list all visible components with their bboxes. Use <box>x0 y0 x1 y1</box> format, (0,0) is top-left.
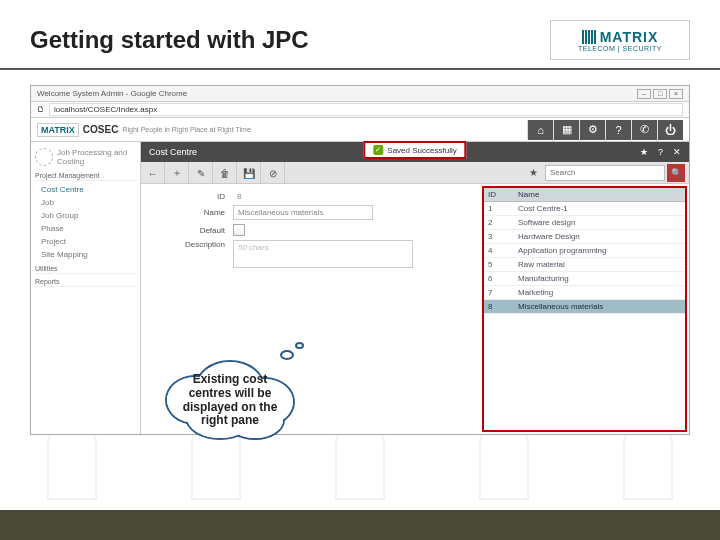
search-button[interactable]: 🔍 <box>667 164 685 182</box>
phone-icon[interactable]: ✆ <box>631 120 657 140</box>
saved-toast: ✓ Saved Successfully <box>363 141 466 159</box>
section-utilities[interactable]: Utilities <box>35 265 136 274</box>
search-input[interactable] <box>545 165 665 181</box>
edit-button[interactable]: ✎ <box>189 162 213 184</box>
cost-centre-table: ID Name 1Cost Centre-1 2Software design … <box>484 188 685 314</box>
maximize-button[interactable]: □ <box>653 89 667 99</box>
browser-titlebar: Welcome System Admin - Google Chrome – □… <box>31 86 689 102</box>
list-pane: ID Name 1Cost Centre-1 2Software design … <box>482 186 687 432</box>
add-button[interactable]: ＋ <box>165 162 189 184</box>
home-icon[interactable]: ⌂ <box>527 120 553 140</box>
slide-footer <box>0 510 720 540</box>
left-sidebar: Job Processing and Costing Project Manag… <box>31 142 141 434</box>
apps-icon[interactable]: ▦ <box>553 120 579 140</box>
module-title: Job Processing and Costing <box>57 148 136 166</box>
star-icon[interactable]: ★ <box>521 167 545 178</box>
power-icon[interactable]: ⏻ <box>657 120 683 140</box>
breadcrumb-bar: Cost Centre ✓ Saved Successfully ★ ? ✕ <box>141 142 689 162</box>
success-icon: ✓ <box>373 145 383 155</box>
toast-text: Saved Successfully <box>387 146 456 155</box>
sidebar-item-job[interactable]: Job <box>35 196 136 209</box>
table-row[interactable]: 8Miscellaneous materials <box>484 300 685 314</box>
table-row[interactable]: 1Cost Centre-1 <box>484 202 685 216</box>
url-field[interactable]: localhost/COSEC/Index.aspx <box>49 103 683 116</box>
minimize-button[interactable]: – <box>637 89 651 99</box>
sidebar-item-project[interactable]: Project <box>35 235 136 248</box>
callout-text: Existing cost centres will be displayed … <box>155 373 305 428</box>
app-header: MATRIX COSEC Right People in Right Place… <box>31 118 689 142</box>
sidebar-item-cost-centre[interactable]: Cost Centre <box>35 183 136 196</box>
name-label: Name <box>153 208 233 217</box>
col-id[interactable]: ID <box>484 188 514 202</box>
slide-title: Getting started with JPC <box>30 26 309 54</box>
top-nav: ⌂ ▦ ⚙ ? ✆ ⏻ <box>527 120 683 140</box>
table-row[interactable]: 4Application programming <box>484 244 685 258</box>
sidebar-item-phase[interactable]: Phase <box>35 222 136 235</box>
browser-tab-title: Welcome System Admin - Google Chrome <box>37 89 187 98</box>
crumb-close-icon[interactable]: ✕ <box>673 147 681 157</box>
col-name[interactable]: Name <box>514 188 685 202</box>
product-tagline: Right People in Right Place at Right Tim… <box>122 126 250 133</box>
toolbar: ← ＋ ✎ 🗑 💾 ⊘ ★ 🔍 <box>141 162 689 184</box>
save-button[interactable]: 💾 <box>237 162 261 184</box>
module-header: Job Processing and Costing <box>35 148 136 166</box>
settings-icon[interactable]: ⚙ <box>579 120 605 140</box>
default-checkbox[interactable] <box>233 224 245 236</box>
section-project-mgmt: Project Management <box>35 172 136 181</box>
brand-name: MATRIX <box>600 29 659 45</box>
brand-subtitle: TELECOM | SECURITY <box>578 45 662 52</box>
table-row[interactable]: 6Manufacturing <box>484 272 685 286</box>
cancel-button[interactable]: ⊘ <box>261 162 285 184</box>
brand-bars-icon <box>582 30 596 44</box>
help-icon[interactable]: ? <box>605 120 631 140</box>
table-row[interactable]: 3Hardware Design <box>484 230 685 244</box>
back-button[interactable]: ← <box>141 162 165 184</box>
description-label: Description <box>153 240 233 249</box>
sidebar-item-job-group[interactable]: Job Group <box>35 209 136 222</box>
callout-tail <box>295 342 304 349</box>
product-name: COSEC <box>83 124 119 135</box>
section-reports[interactable]: Reports <box>35 278 136 287</box>
default-label: Default <box>153 226 233 235</box>
name-input[interactable]: Miscellaneous materials <box>233 205 373 220</box>
address-bar: 🗋 localhost/COSEC/Index.aspx <box>31 102 689 118</box>
description-input[interactable]: 50 chars <box>233 240 413 268</box>
page-icon: 🗋 <box>37 105 45 114</box>
id-label: ID <box>153 192 233 201</box>
browser-window: Welcome System Admin - Google Chrome – □… <box>30 85 690 435</box>
close-button[interactable]: × <box>669 89 683 99</box>
sidebar-item-site-mapping[interactable]: Site Mapping <box>35 248 136 261</box>
module-gear-icon <box>35 148 53 166</box>
favorite-icon[interactable]: ★ <box>640 147 648 157</box>
page-title: Cost Centre <box>149 147 197 157</box>
app-logo: MATRIX <box>37 123 79 137</box>
brand-logo: MATRIX TELECOM | SECURITY <box>550 20 690 60</box>
table-row[interactable]: 2Software design <box>484 216 685 230</box>
table-row[interactable]: 5Raw material <box>484 258 685 272</box>
table-row[interactable]: 7Marketing <box>484 286 685 300</box>
id-value: 8 <box>233 190 245 203</box>
delete-button[interactable]: 🗑 <box>213 162 237 184</box>
cloud-callout: Existing cost centres will be displayed … <box>155 355 305 445</box>
crumb-help-icon[interactable]: ? <box>658 147 663 157</box>
